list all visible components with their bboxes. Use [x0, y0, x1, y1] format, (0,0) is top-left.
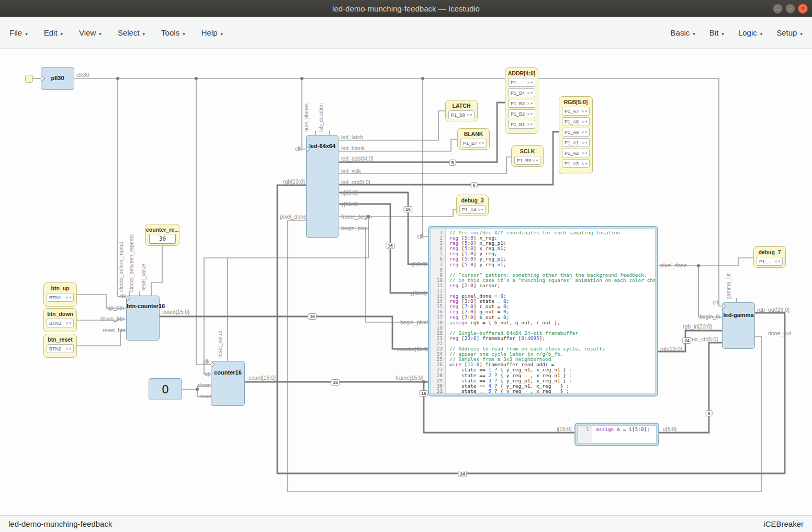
pin-select[interactable]: P1_B8	[448, 110, 475, 119]
close-icon[interactable]	[581, 161, 584, 166]
close-icon[interactable]	[466, 112, 469, 118]
block-debug_7[interactable]: debug_7P1_...	[753, 246, 786, 268]
block-counter_reset[interactable]: counter_re...30	[145, 224, 179, 246]
pin-select[interactable]: P1_A1	[562, 138, 590, 147]
menu-help[interactable]: Help	[201, 28, 223, 37]
close-icon[interactable]	[581, 151, 584, 156]
chevron-down-icon[interactable]	[536, 159, 538, 163]
chevron-down-icon[interactable]	[585, 141, 587, 145]
chevron-down-icon[interactable]	[585, 120, 587, 124]
menu-select[interactable]: Select	[118, 28, 145, 37]
pin-select[interactable]: P1_A9	[562, 128, 590, 137]
block-counter16[interactable]: counter16	[211, 361, 245, 406]
pin-select[interactable]: P1_A4	[459, 205, 486, 214]
chevron-down-icon[interactable]	[585, 109, 587, 114]
block-pll30[interactable]: pll30	[41, 67, 74, 90]
block-addr[interactable]: ADDR[4:0]P1_...P1_B4P1_B3P1_B2P1_B1	[505, 67, 538, 134]
pin-select[interactable]: P1_B1	[508, 120, 535, 129]
chevron-down-icon[interactable]	[531, 122, 533, 127]
close-icon[interactable]	[581, 140, 584, 145]
chevron-down-icon[interactable]	[531, 101, 533, 106]
chevron-down-icon[interactable]	[531, 81, 533, 85]
close-icon[interactable]	[527, 111, 529, 117]
menu-basic[interactable]: Basic	[671, 28, 695, 37]
pin-select[interactable]: BTN1	[47, 293, 74, 302]
close-icon[interactable]	[527, 101, 529, 106]
pin-select[interactable]: P1_B3	[508, 99, 535, 108]
block-debug_3[interactable]: debug_3P1_A4	[456, 195, 489, 216]
minimize-button[interactable]	[773, 4, 783, 14]
menu-edit[interactable]: Edit	[44, 28, 63, 37]
close-icon[interactable]	[527, 80, 529, 85]
block-btn_down[interactable]: btn_downBTN3	[43, 308, 77, 332]
pin-select[interactable]: BTN2	[47, 344, 74, 353]
chevron-down-icon[interactable]	[69, 347, 71, 351]
pin-select[interactable]: P1_...	[757, 257, 783, 266]
close-icon[interactable]	[65, 346, 68, 352]
block-latch[interactable]: LATCHP1_B8	[445, 100, 478, 121]
close-button[interactable]	[798, 4, 808, 14]
chevron-down-icon[interactable]	[481, 208, 483, 212]
pin-select[interactable]: P1_B4	[508, 88, 535, 97]
chevron-down-icon[interactable]	[470, 113, 472, 117]
block-led-64x64[interactable]: led-64x64	[306, 135, 339, 238]
code-text[interactable]: // Pre-inc/dec X/Y coordinates for each …	[446, 229, 656, 393]
schematic-canvas[interactable]: pll30btn_upBTN1btn_downBTN3btn_resetBTN2…	[0, 0, 812, 532]
chevron-down-icon[interactable]	[69, 321, 71, 325]
chevron-down-icon[interactable]	[585, 130, 587, 134]
code-editor[interactable]: 1234567891011121314151617181920212223242…	[431, 229, 656, 394]
menu-setup[interactable]: Setup	[776, 28, 803, 37]
chevron-down-icon[interactable]	[585, 162, 587, 166]
pin-select[interactable]: P1_...	[508, 78, 535, 87]
menu-file[interactable]: File	[9, 28, 28, 37]
chevron-down-icon[interactable]	[531, 112, 533, 116]
maximize-button[interactable]	[785, 4, 795, 14]
block-btn-counter16[interactable]: btn-counter16	[126, 296, 160, 341]
code-block[interactable]: 1234567891011121314151617181920212223242…	[428, 226, 658, 397]
pin-select[interactable]: BTN3	[47, 319, 74, 327]
code-block[interactable]: 1assign o = i[5:0];	[574, 423, 659, 446]
menu-label: Setup	[776, 28, 797, 37]
block-clk-source[interactable]	[25, 75, 33, 83]
close-icon[interactable]	[477, 207, 480, 212]
pin-select[interactable]: P1_A3	[562, 159, 590, 168]
code-editor[interactable]: 1assign o = i[5:0];	[577, 425, 657, 444]
chevron-down-icon[interactable]	[69, 296, 71, 300]
constant-value[interactable]: 30	[149, 234, 176, 244]
menu-bit[interactable]: Bit	[709, 28, 724, 37]
pin-select[interactable]: P1_B2	[508, 109, 535, 118]
status-board-name: iCEBreaker	[763, 519, 804, 528]
chevron-down-icon[interactable]	[482, 141, 484, 145]
close-icon[interactable]	[532, 158, 535, 163]
block-btn_reset[interactable]: btn_resetBTN2	[43, 334, 77, 358]
block-led-gamma[interactable]: led-gamma	[722, 302, 755, 349]
pin-select[interactable]: P1_B7	[460, 139, 487, 148]
close-icon[interactable]	[478, 141, 481, 146]
chevron-down-icon	[800, 31, 803, 37]
pin-select[interactable]: P1_A8	[562, 117, 590, 126]
close-icon[interactable]	[65, 295, 68, 300]
menu-view[interactable]: View	[79, 28, 102, 37]
code-text[interactable]: assign o = i[5:0];	[592, 426, 656, 443]
block-btn_up[interactable]: btn_upBTN1	[43, 282, 77, 307]
block-sclk[interactable]: SCLKP1_B9	[511, 145, 544, 167]
close-icon[interactable]	[65, 321, 68, 326]
block-rgb[interactable]: RGB[5:0]P1_A7P1_A8P1_A9P1_A1P1_A2P1_A3	[559, 96, 593, 174]
chevron-down-icon[interactable]	[778, 259, 780, 264]
block-const-0[interactable]: 0	[149, 378, 182, 400]
close-icon[interactable]	[581, 109, 584, 114]
close-icon[interactable]	[581, 119, 584, 124]
menu-tools[interactable]: Tools	[161, 28, 185, 37]
block-blank[interactable]: BLANKP1_B7	[457, 128, 490, 150]
pin-select[interactable]: P1_B9	[514, 156, 540, 165]
close-icon[interactable]	[527, 122, 529, 127]
close-icon[interactable]	[774, 259, 777, 264]
close-icon[interactable]	[527, 90, 529, 96]
chevron-down-icon[interactable]	[585, 151, 587, 155]
menu-logic[interactable]: Logic	[738, 28, 762, 37]
pin-select[interactable]: P1_A2	[562, 149, 590, 157]
pin-select[interactable]: P1_A7	[562, 107, 590, 116]
close-icon[interactable]	[581, 130, 584, 135]
chevron-down-icon[interactable]	[531, 91, 533, 95]
block-title: BLANK	[458, 131, 489, 137]
